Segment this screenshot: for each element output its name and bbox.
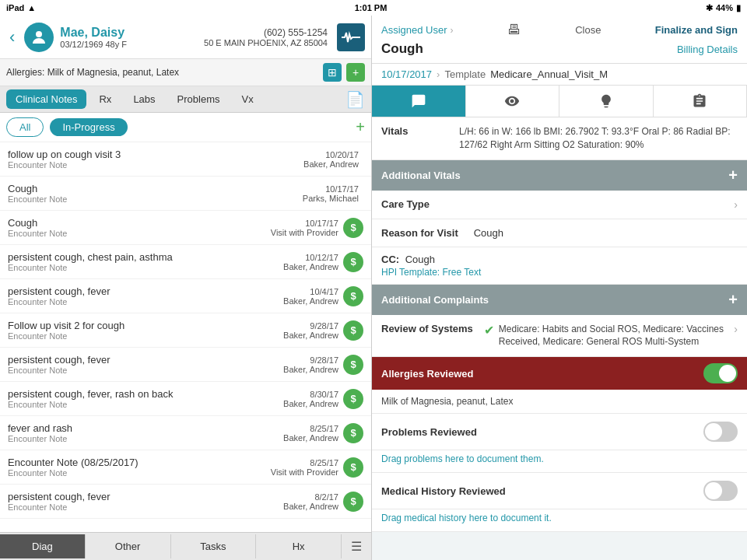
billing-details-link[interactable]: Billing Details — [677, 44, 738, 55]
allergies-detail: Milk of Magnesia, peanut, Latex — [372, 390, 747, 414]
billing-icon[interactable]: $ — [343, 355, 363, 375]
note-provider: Baker, Andrew — [283, 331, 338, 340]
note-title: Follow up visit 2 for cough — [8, 320, 283, 331]
template-label: Template — [444, 68, 486, 80]
billing-icon[interactable]: $ — [343, 423, 363, 443]
note-date: 8/2/17 — [283, 492, 338, 502]
list-item[interactable]: Cough Encounter Note 10/17/17 Visit with… — [0, 211, 371, 245]
bottom-tab-hx[interactable]: Hx — [256, 534, 342, 558]
review-checkmark-icon: ✔ — [484, 323, 494, 338]
tab-clinical-notes[interactable]: Clinical Notes — [6, 89, 86, 109]
status-time: 1:01 PM — [355, 3, 388, 12]
note-content: Encounter Note (08/25/2017) Encounter No… — [8, 457, 271, 478]
icon-tab-lightbulb[interactable] — [559, 86, 654, 117]
finalize-button[interactable]: Finalize and Sign — [655, 24, 738, 36]
list-item[interactable]: persistent cough, fever Encounter Note 1… — [0, 279, 371, 313]
tab-problems[interactable]: Problems — [168, 89, 230, 109]
tab-rx[interactable]: Rx — [89, 89, 121, 109]
note-title: persistent cough, fever — [8, 354, 283, 366]
note-provider: Baker, Andrew — [283, 296, 338, 306]
note-subtitle: Encounter Note — [8, 366, 283, 375]
patient-info: Mae, Daisy 03/12/1969 48y F — [60, 26, 198, 49]
list-item[interactable]: persistent cough, chest pain, asthma Enc… — [0, 245, 371, 279]
medical-drag-text: Drag medical history here to document it… — [381, 513, 552, 523]
bluetooth-icon: ✱ — [706, 3, 713, 13]
note-meta: 8/25/17 Baker, Andrew — [283, 424, 338, 443]
cc-box: CC: Cough HPI Template: Free Text — [372, 247, 747, 285]
list-item[interactable]: Cough Encounter Note 10/17/17 Parks, Mic… — [0, 177, 371, 211]
allergies-grid-icon[interactable]: ⊞ — [323, 63, 342, 82]
bottom-tab-tasks[interactable]: Tasks — [171, 534, 257, 558]
reason-label: Reason for Visit — [381, 227, 465, 239]
note-provider: Baker, Andrew — [283, 502, 338, 511]
note-meta: 10/17/17 Parks, Michael — [303, 184, 359, 203]
note-date: 8/30/17 — [283, 390, 338, 399]
note-subtitle: Encounter Note — [8, 502, 283, 512]
billing-icon[interactable]: $ — [343, 320, 363, 341]
bottom-tab-diag[interactable]: Diag — [0, 534, 86, 558]
additional-vitals-add-icon[interactable]: + — [728, 166, 738, 184]
problems-toggle[interactable] — [703, 422, 738, 442]
billing-icon[interactable]: $ — [343, 252, 363, 272]
list-item[interactable]: Encounter Note (08/25/2017) Encounter No… — [0, 450, 371, 485]
cc-label: CC: — [381, 254, 399, 265]
additional-vitals-label: Additional Vitals — [381, 170, 461, 181]
note-add-icon[interactable]: + — [356, 118, 365, 136]
patient-header: ‹ Mae, Daisy 03/12/1969 48y F (602) 555-… — [0, 16, 371, 59]
note-title: follow up on cough visit 3 — [8, 149, 303, 160]
icon-tab-eye[interactable] — [466, 86, 560, 117]
note-meta: 8/25/17 Visit with Provider — [271, 458, 338, 477]
note-title: Cough — [8, 183, 303, 194]
bottom-tab-other[interactable]: Other — [86, 534, 171, 558]
medical-drag-row: Drag medical history here to document it… — [372, 509, 747, 532]
right-header-top: Assigned User › 🖶 Close Finalize and Sig… — [381, 22, 738, 38]
nav-add-icon[interactable]: 📄 — [345, 90, 365, 109]
allergies-add-icon[interactable]: + — [346, 63, 365, 82]
right-panel: Assigned User › 🖶 Close Finalize and Sig… — [372, 16, 747, 560]
bottom-tab-menu-icon[interactable]: ☰ — [342, 533, 371, 560]
allergies-bar: Allergies: Milk of Magnesia, peanut, Lat… — [0, 59, 371, 86]
wifi-icon: ▲ — [27, 3, 36, 12]
tab-vx[interactable]: Vx — [233, 89, 263, 109]
note-content: persistent cough, fever Encounter Note — [8, 285, 283, 306]
back-button[interactable]: ‹ — [6, 27, 18, 47]
assigned-user-link[interactable]: Assigned User › — [381, 24, 454, 36]
medical-history-toggle[interactable] — [703, 481, 738, 501]
review-of-systems-row[interactable]: Review of Systems ✔ Medicare: Habits and… — [372, 315, 747, 358]
list-item[interactable]: follow up on cough visit 3 Encounter Not… — [0, 142, 371, 177]
list-item[interactable]: Follow up visit 2 for cough Encounter No… — [0, 313, 371, 348]
list-item[interactable]: persistent cough, fever Encounter Note 8… — [0, 485, 371, 519]
note-meta: 9/28/17 Baker, Andrew — [283, 321, 338, 340]
left-panel: ‹ Mae, Daisy 03/12/1969 48y F (602) 555-… — [0, 16, 372, 560]
filter-inprogress-button[interactable]: In-Progress — [50, 118, 127, 136]
ecg-icon[interactable] — [337, 23, 365, 51]
list-item[interactable]: fever and rash Encounter Note 8/25/17 Ba… — [0, 416, 371, 450]
note-title: Cough — [8, 217, 271, 229]
print-icon[interactable]: 🖶 — [507, 22, 521, 38]
billing-icon[interactable]: $ — [343, 389, 363, 409]
review-of-systems-label: Review of Systems — [381, 323, 479, 334]
nav-tabs: Clinical Notes Rx Labs Problems Vx 📄 — [0, 86, 371, 113]
care-type-label: Care Type — [381, 198, 459, 210]
list-item[interactable]: persistent cough, fever, rash on back En… — [0, 382, 371, 416]
billing-icon[interactable]: $ — [343, 286, 363, 306]
icon-tab-chat[interactable] — [372, 86, 466, 117]
tab-labs[interactable]: Labs — [124, 89, 164, 109]
list-item[interactable]: persistent cough, fever Encounter Note 9… — [0, 348, 371, 382]
filter-all-button[interactable]: All — [6, 117, 44, 137]
medical-history-label: Medical History Reviewed — [381, 485, 512, 497]
note-meta: 8/30/17 Baker, Andrew — [283, 390, 338, 408]
billing-icon[interactable]: $ — [343, 492, 363, 512]
billing-icon[interactable]: $ — [343, 457, 363, 478]
bottom-tabs: Diag Other Tasks Hx ☰ — [0, 532, 371, 560]
main-container: ‹ Mae, Daisy 03/12/1969 48y F (602) 555-… — [0, 16, 747, 560]
allergies-toggle[interactable] — [703, 363, 738, 383]
close-button[interactable]: Close — [575, 24, 601, 36]
icon-tab-clipboard[interactable] — [654, 86, 748, 117]
billing-icon[interactable]: $ — [343, 218, 363, 238]
care-type-row[interactable]: Care Type › — [372, 191, 747, 219]
additional-complaints-add-icon[interactable]: + — [728, 291, 738, 309]
breadcrumb-date[interactable]: 10/17/2017 — [381, 68, 432, 80]
note-content: persistent cough, chest pain, asthma Enc… — [8, 251, 283, 272]
filter-row: All In-Progress + — [0, 113, 371, 142]
